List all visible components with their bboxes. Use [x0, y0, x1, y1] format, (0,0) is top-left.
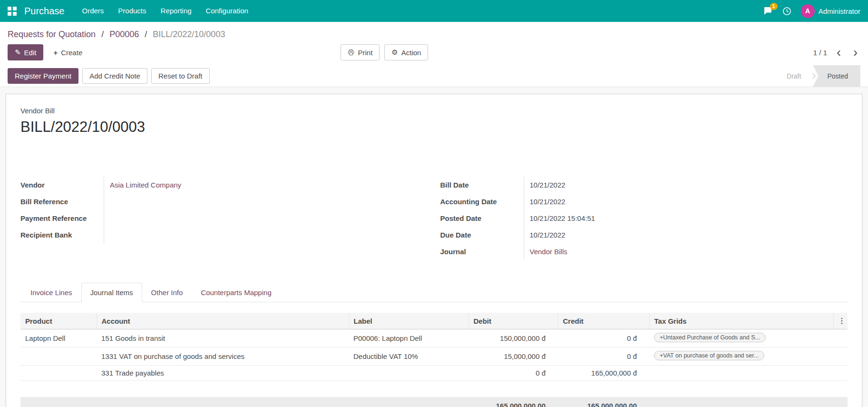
- pager-count: 1 / 1: [813, 49, 827, 57]
- column-header-account[interactable]: Account: [97, 313, 349, 329]
- apps-menu-icon[interactable]: [8, 7, 17, 16]
- menu-configuration[interactable]: Configuration: [199, 0, 255, 22]
- posted-date-value: 10/21/2022 15:04:51: [524, 210, 848, 227]
- action-button[interactable]: ⚙ Action: [384, 44, 428, 60]
- menu-products[interactable]: Products: [111, 0, 153, 22]
- due-date-value: 10/21/2022: [524, 227, 848, 243]
- reset-to-draft-button[interactable]: Reset to Draft: [151, 68, 210, 84]
- cell-account: 331 Trade payables: [97, 366, 349, 381]
- control-panel: ✎ Edit + Create Print ⚙ Action 1 / 1 ‹ ›: [0, 40, 868, 64]
- column-header-label[interactable]: Label: [349, 313, 468, 329]
- tab-other-info[interactable]: Other Info: [142, 283, 192, 302]
- state-posted[interactable]: Posted: [813, 65, 860, 87]
- due-date-label: Due Date: [440, 227, 524, 243]
- totals-empty: [20, 397, 468, 407]
- accounting-date-value: 10/21/2022: [524, 193, 848, 210]
- action-buttons: Print ⚙ Action: [341, 44, 428, 60]
- create-button[interactable]: + Create: [46, 44, 89, 60]
- bill-date-label: Bill Date: [440, 177, 524, 193]
- table-row[interactable]: Laptopn Dell 151 Goods in transit P00006…: [20, 329, 848, 347]
- breadcrumb-requests-for-quotation[interactable]: Requests for Quotation: [8, 30, 96, 39]
- accounting-date-label: Accounting Date: [440, 193, 524, 210]
- column-header-debit[interactable]: Debit: [468, 313, 558, 329]
- totals-row: 165,000,000.00 165,000,000.00: [20, 397, 848, 407]
- menu-reporting[interactable]: Reporting: [154, 0, 199, 22]
- bill-reference-label: Bill Reference: [20, 193, 104, 210]
- breadcrumb-current: BILL/2022/10/0003: [153, 30, 225, 39]
- payment-reference-label: Payment Reference: [20, 210, 104, 227]
- cell-label: Deductible VAT 10%: [349, 347, 468, 366]
- edit-button[interactable]: ✎ Edit: [8, 44, 43, 60]
- cell-credit: 0 đ: [558, 329, 649, 347]
- statusbar: Register Payment Add Credit Note Reset t…: [0, 65, 868, 87]
- vendor-value: Asia Limited Company: [104, 177, 428, 193]
- gear-icon: ⚙: [391, 48, 398, 57]
- tab-journal-items[interactable]: Journal Items: [81, 283, 142, 302]
- messages-icon[interactable]: 1: [763, 7, 773, 15]
- breadcrumb-separator: /: [145, 30, 147, 39]
- cell-tax-grids: [649, 366, 833, 381]
- journal-link[interactable]: Vendor Bills: [530, 248, 567, 256]
- create-button-label: Create: [61, 49, 82, 57]
- clock-icon: [782, 7, 791, 16]
- recipient-bank-value: [104, 227, 428, 243]
- cell-tax-grids: +VAT on purchase of goods and ser...: [649, 347, 833, 366]
- register-payment-button[interactable]: Register Payment: [8, 68, 78, 84]
- print-button-label: Print: [358, 49, 372, 57]
- table-row[interactable]: 1331 VAT on purchase of goods and servic…: [20, 347, 848, 366]
- form-sheet: Vendor Bill BILL/2022/10/0003 Vendor Asi…: [6, 94, 862, 407]
- total-debit: 165,000,000.00: [468, 397, 558, 407]
- breadcrumb-p00006[interactable]: P00006: [109, 30, 139, 39]
- pager-next-icon[interactable]: ›: [850, 48, 860, 57]
- cell-credit: 165,000,000 đ: [558, 366, 649, 381]
- tax-grid-tag[interactable]: +Untaxed Purchase of Goods and S...: [654, 333, 766, 342]
- cell-account: 151 Goods in transit: [97, 329, 349, 347]
- state-draft[interactable]: Draft: [777, 65, 810, 87]
- journal-value: Vendor Bills: [524, 243, 848, 260]
- cell-options: [833, 347, 848, 366]
- journal-items-table: Product Account Label Debit Credit Tax G…: [20, 313, 848, 407]
- app-name[interactable]: Purchase: [24, 6, 65, 17]
- vendor-link[interactable]: Asia Limited Company: [110, 181, 181, 189]
- tab-counterparts-mapping[interactable]: Counterparts Mapping: [192, 283, 280, 302]
- optional-columns-icon[interactable]: ⋮: [833, 313, 848, 329]
- bill-reference-value: [104, 193, 428, 210]
- column-header-credit[interactable]: Credit: [558, 313, 649, 329]
- edit-button-label: Edit: [24, 49, 37, 57]
- activities-icon[interactable]: [782, 7, 791, 16]
- statusbar-states: Draft Posted: [777, 65, 860, 87]
- vendor-label: Vendor: [20, 177, 104, 193]
- notebook-tabs: Invoice Lines Journal Items Other Info C…: [20, 283, 848, 302]
- breadcrumb-separator: /: [101, 30, 104, 39]
- payment-reference-value: [104, 210, 428, 227]
- cell-account: 1331 VAT on purchase of goods and servic…: [97, 347, 349, 366]
- messages-badge: 1: [770, 3, 778, 10]
- bill-date-value: 10/21/2022: [524, 177, 848, 193]
- table-row[interactable]: 331 Trade payables 0 đ 165,000,000 đ: [20, 366, 848, 381]
- print-button[interactable]: Print: [341, 44, 380, 60]
- left-field-group: Vendor Asia Limited Company Bill Referen…: [20, 177, 428, 260]
- document-title: BILL/2022/10/0003: [20, 119, 848, 136]
- pager: 1 / 1 ‹ ›: [813, 48, 860, 57]
- avatar: A: [801, 4, 815, 18]
- tab-invoice-lines[interactable]: Invoice Lines: [21, 283, 81, 302]
- cell-debit: 15,000,000 đ: [468, 347, 558, 366]
- column-header-product[interactable]: Product: [20, 313, 97, 329]
- column-header-tax-grids[interactable]: Tax Grids: [649, 313, 833, 329]
- cell-tax-grids: +Untaxed Purchase of Goods and S...: [649, 329, 833, 347]
- menu-orders[interactable]: Orders: [75, 0, 111, 22]
- recipient-bank-label: Recipient Bank: [20, 227, 104, 243]
- cell-product: Laptopn Dell: [20, 329, 97, 347]
- action-button-label: Action: [401, 49, 421, 57]
- pager-previous-icon[interactable]: ‹: [834, 48, 844, 57]
- add-credit-note-button[interactable]: Add Credit Note: [82, 68, 147, 84]
- tax-grid-tag[interactable]: +VAT on purchase of goods and ser...: [654, 351, 764, 360]
- cell-label: [349, 366, 468, 381]
- user-menu[interactable]: A Administrator: [801, 4, 860, 18]
- form-sheet-area: Vendor Bill BILL/2022/10/0003 Vendor Asi…: [0, 87, 868, 407]
- table-header-row: Product Account Label Debit Credit Tax G…: [20, 313, 848, 329]
- right-field-group: Bill Date 10/21/2022 Accounting Date 10/…: [440, 177, 848, 260]
- cell-product: [20, 366, 97, 381]
- totals-empty: [833, 397, 848, 407]
- totals-empty: [649, 397, 833, 407]
